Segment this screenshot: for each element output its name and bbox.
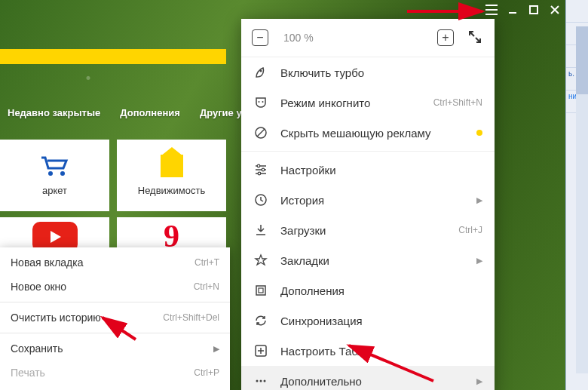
tile-label: аркет	[42, 185, 67, 196]
chevron-right-icon: ▶	[476, 195, 482, 205]
block-icon	[253, 125, 268, 140]
svg-point-16	[264, 380, 266, 382]
ctx-label: Новое окно	[11, 281, 183, 293]
ctx-save[interactable]: Сохранить ▶	[0, 336, 230, 361]
menu-history[interactable]: История ▶	[241, 185, 495, 215]
svg-point-1	[60, 171, 65, 176]
ctx-find[interactable]: Найти Ctrl+F	[0, 385, 230, 390]
ctx-label: Новая вкладка	[11, 256, 184, 269]
menu-sync[interactable]: Синхронизация	[241, 306, 495, 336]
tile-realty[interactable]: Недвижимость	[117, 140, 226, 211]
tab-recently-closed[interactable]: Недавно закрытые	[8, 107, 100, 118]
menu-label: Настроить Табло	[280, 345, 482, 358]
browser-main-menu: − 100 % + Включить турбо Режим инкогнито…	[241, 19, 495, 390]
zoom-in-button[interactable]: +	[437, 29, 454, 46]
indicator-dot	[476, 130, 482, 136]
svg-point-7	[257, 164, 260, 167]
plus-box-icon	[253, 343, 268, 358]
scrollbar-thumb[interactable]	[576, 26, 588, 94]
menu-separator	[241, 151, 495, 152]
svg-rect-2	[530, 6, 537, 14]
ctx-new-tab[interactable]: Новая вкладка Ctrl+T	[0, 250, 230, 275]
ctx-label: Очистить историю	[11, 312, 152, 324]
chevron-right-icon: ▶	[476, 376, 482, 386]
menu-shortcut: Ctrl+J	[458, 225, 482, 235]
cart-icon	[40, 155, 70, 177]
minimize-button[interactable]	[505, 2, 520, 17]
menu-settings[interactable]: Настройки	[241, 155, 495, 185]
svg-point-5	[262, 101, 264, 103]
ctx-shortcut: Ctrl+P	[194, 367, 219, 378]
download-icon	[253, 223, 268, 238]
window-controls	[484, 0, 565, 20]
puzzle-icon	[253, 283, 268, 298]
menu-label: История	[280, 194, 464, 207]
tile-market[interactable]: аркет	[0, 140, 109, 211]
ctx-new-window[interactable]: Новое окно Ctrl+N	[0, 275, 230, 299]
chevron-right-icon: ▶	[476, 256, 482, 266]
fullscreen-icon[interactable]	[469, 31, 481, 45]
menu-turbo[interactable]: Включить турбо	[241, 57, 495, 88]
clock-icon	[253, 192, 268, 207]
sliders-icon	[253, 162, 268, 177]
tile-label: Недвижимость	[138, 185, 205, 196]
svg-point-15	[260, 380, 262, 382]
menu-bookmarks[interactable]: Закладки ▶	[241, 245, 495, 275]
tab-addons[interactable]: Дополнения	[120, 107, 180, 118]
svg-point-14	[256, 380, 259, 382]
dots-icon	[253, 373, 268, 388]
tableau-tabs: Недавно закрытые Дополнения Другие устро	[0, 107, 264, 118]
tableau-tiles: аркет Недвижимость	[0, 140, 226, 211]
sidebar-slot	[566, 0, 588, 23]
menu-addons[interactable]: Дополнения	[241, 275, 495, 306]
menu-label: Дополнения	[280, 284, 482, 297]
ctx-shortcut: Ctrl+Shift+Del	[163, 312, 219, 323]
ctx-clear-history[interactable]: Очистить историю Ctrl+Shift+Del	[0, 306, 230, 330]
maximize-button[interactable]	[526, 2, 541, 17]
chevron-right-icon: ▶	[213, 344, 219, 354]
menu-label: Закладки	[280, 254, 464, 267]
star-icon	[253, 253, 268, 268]
ctx-label: Печать	[11, 367, 183, 379]
svg-point-4	[259, 101, 260, 103]
menu-label: Скрыть мешающую рекламу	[280, 127, 464, 140]
search-bar-fragment	[0, 49, 226, 64]
menu-tablo[interactable]: Настроить Табло	[241, 336, 495, 366]
ctx-shortcut: Ctrl+N	[194, 281, 219, 292]
menu-label: Режим инкогнито	[280, 97, 421, 109]
svg-point-3	[260, 70, 262, 72]
house-icon	[161, 155, 183, 177]
svg-point-0	[48, 171, 53, 176]
zoom-controls: − 100 % +	[241, 19, 495, 57]
ctx-print[interactable]: Печать Ctrl+P	[0, 361, 230, 385]
sidebar-fragment: ь. ние	[565, 0, 588, 390]
ctx-shortcut: Ctrl+T	[194, 257, 219, 268]
menu-downloads[interactable]: Загрузки Ctrl+J	[241, 215, 495, 245]
menu-shortcut: Ctrl+Shift+N	[433, 97, 482, 108]
menu-label: Настройки	[280, 164, 482, 177]
menu-label: Дополнительно	[280, 375, 464, 388]
zoom-out-button[interactable]: −	[252, 29, 268, 46]
menu-label: Включить турбо	[280, 66, 482, 79]
ctx-separator	[0, 302, 230, 302]
svg-point-9	[258, 172, 261, 175]
zoom-level: 100 %	[283, 32, 422, 44]
menu-label: Загрузки	[280, 224, 446, 237]
menu-incognito[interactable]: Режим инкогнито Ctrl+Shift+N	[241, 88, 495, 118]
svg-rect-12	[259, 288, 263, 293]
close-button[interactable]	[547, 2, 562, 17]
rocket-icon	[253, 65, 268, 80]
menu-hide-ads[interactable]: Скрыть мешающую рекламу	[241, 118, 495, 148]
menu-more[interactable]: Дополнительно ▶	[241, 366, 495, 390]
ctx-label: Сохранить	[11, 342, 203, 355]
svg-point-8	[262, 168, 265, 171]
menu-label: Синхронизация	[280, 315, 482, 327]
hamburger-menu-icon[interactable]	[484, 2, 499, 17]
sync-icon	[253, 313, 268, 328]
ctx-separator	[0, 333, 230, 333]
more-submenu: Новая вкладка Ctrl+T Новое окно Ctrl+N О…	[0, 247, 230, 390]
mask-icon	[253, 95, 268, 110]
svg-rect-11	[256, 286, 265, 295]
